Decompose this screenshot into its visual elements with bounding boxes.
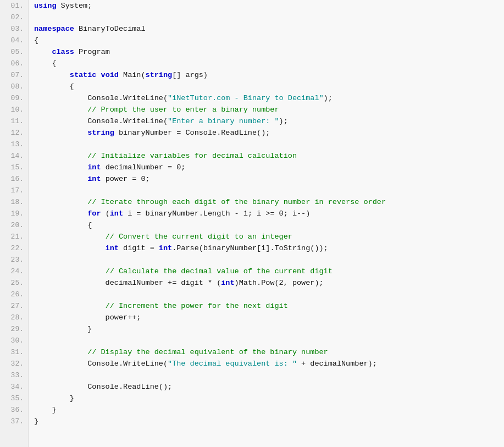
code-line: // Iterate through each digit of the bin… — [34, 196, 504, 208]
code-line: string binaryNumber = Console.ReadLine()… — [34, 127, 504, 139]
code-line: // Initialize variables for decimal calc… — [34, 150, 504, 162]
plain-token: System; — [57, 2, 92, 10]
line-number: 29. — [0, 323, 28, 335]
code-line: } — [34, 393, 504, 404]
code-line: for (int i = binaryNumber.Length - 1; i … — [34, 208, 504, 219]
plain-token: } — [34, 394, 74, 402]
line-number: 05. — [0, 46, 28, 58]
plain-token: } — [34, 406, 57, 414]
code-line — [34, 254, 504, 266]
kw-token: namespace — [34, 25, 74, 33]
line-number: 19. — [0, 208, 28, 219]
line-number: 08. — [0, 81, 28, 92]
kw-token: int — [106, 244, 119, 252]
line-number: 26. — [0, 289, 28, 300]
plain-token: .Parse(binaryNumber[i].ToString()); — [172, 244, 328, 252]
kw-token: int — [221, 279, 234, 287]
comment-token: // Initialize variables for decimal calc… — [87, 152, 297, 160]
kw-token: class — [52, 48, 74, 56]
code-line: int digit = int.Parse(binaryNumber[i].To… — [34, 242, 504, 254]
line-number: 25. — [0, 277, 28, 289]
plain-token: BinaryToDecimal — [74, 25, 146, 33]
code-line: { — [34, 35, 504, 46]
plain-token: power++; — [34, 313, 141, 322]
line-number: 13. — [0, 139, 28, 150]
line-number: 24. — [0, 266, 28, 277]
comment-token: // Increment the power for the next digi… — [106, 302, 288, 310]
plain-token — [34, 48, 52, 56]
code-line: } — [34, 416, 504, 427]
plain-token — [34, 129, 87, 137]
code-line: int power = 0; — [34, 173, 504, 185]
code-line: Console.WriteLine("iNetTutor.com - Binar… — [34, 92, 504, 104]
plain-token — [34, 233, 106, 241]
code-line: // Display the decimal equivalent of the… — [34, 346, 504, 358]
plain-token — [34, 244, 106, 252]
string-token: "iNetTutor.com - Binary to Decimal" — [168, 94, 324, 102]
plain-token: Program — [74, 48, 110, 56]
plain-token — [34, 198, 87, 206]
code-line: { — [34, 219, 504, 231]
plain-token: ( — [101, 209, 110, 218]
string-token: "Enter a binary number: " — [168, 117, 279, 125]
comment-token: // Calculate the decimal value of the cu… — [106, 267, 333, 275]
code-line: // Prompt the user to enter a binary num… — [34, 104, 504, 115]
line-number: 14. — [0, 150, 28, 162]
kw-token: void — [101, 71, 119, 79]
line-number: 03. — [0, 23, 28, 35]
code-line — [34, 335, 504, 346]
code-content: using System; namespace BinaryToDecimal{… — [29, 0, 504, 447]
line-number: 17. — [0, 185, 28, 196]
code-editor: 01.02.03.04.05.06.07.08.09.10.11.12.13.1… — [0, 0, 504, 447]
line-number: 12. — [0, 127, 28, 139]
kw-token: static — [70, 71, 97, 79]
kw-token: string — [146, 71, 173, 79]
plain-token: Main( — [119, 71, 146, 79]
comment-token: // Iterate through each digit of the bin… — [87, 198, 386, 206]
plain-token: ); — [279, 117, 288, 125]
line-number: 28. — [0, 312, 28, 323]
code-line: Console.WriteLine("The decimal equivalen… — [34, 358, 504, 369]
line-number: 01. — [0, 0, 28, 12]
plain-token: { — [34, 59, 57, 68]
kw-token: string — [87, 129, 114, 137]
plain-token: + decimalNumber); — [297, 360, 377, 368]
kw-token: int — [87, 175, 101, 183]
plain-token: Console.ReadLine(); — [34, 383, 172, 391]
code-line: } — [34, 323, 504, 335]
plain-token — [34, 209, 87, 218]
line-number: 37. — [0, 416, 28, 427]
code-line: // Convert the current digit to an integ… — [34, 231, 504, 242]
line-number: 33. — [0, 369, 28, 381]
plain-token: Console.WriteLine( — [34, 117, 168, 125]
code-line: class Program — [34, 46, 504, 58]
code-line: { — [34, 58, 504, 69]
plain-token: { — [34, 82, 74, 91]
plain-token — [34, 302, 106, 310]
line-number: 02. — [0, 12, 28, 23]
code-line — [34, 139, 504, 150]
line-number: 22. — [0, 242, 28, 254]
plain-token: Console.WriteLine( — [34, 360, 168, 368]
line-number: 31. — [0, 346, 28, 358]
plain-token: [] args) — [172, 71, 208, 79]
plain-token — [34, 152, 87, 160]
kw-token: for — [87, 209, 101, 218]
line-number: 23. — [0, 254, 28, 266]
plain-token: ); — [324, 94, 333, 102]
code-line: Console.ReadLine(); — [34, 381, 504, 393]
line-number: 32. — [0, 358, 28, 369]
plain-token: { — [34, 36, 38, 45]
code-line: decimalNumber += digit * (int)Math.Pow(2… — [34, 277, 504, 289]
kw-token: int — [87, 163, 101, 172]
code-line: { — [34, 81, 504, 92]
string-token: "The decimal equivalent is: " — [168, 360, 297, 368]
kw-token: int — [159, 244, 172, 252]
kw-token: using — [34, 2, 57, 10]
line-number: 11. — [0, 115, 28, 127]
code-line — [34, 289, 504, 300]
line-number: 07. — [0, 69, 28, 81]
line-number: 10. — [0, 104, 28, 115]
plain-token: power = 0; — [101, 175, 150, 183]
line-number: 35. — [0, 393, 28, 404]
